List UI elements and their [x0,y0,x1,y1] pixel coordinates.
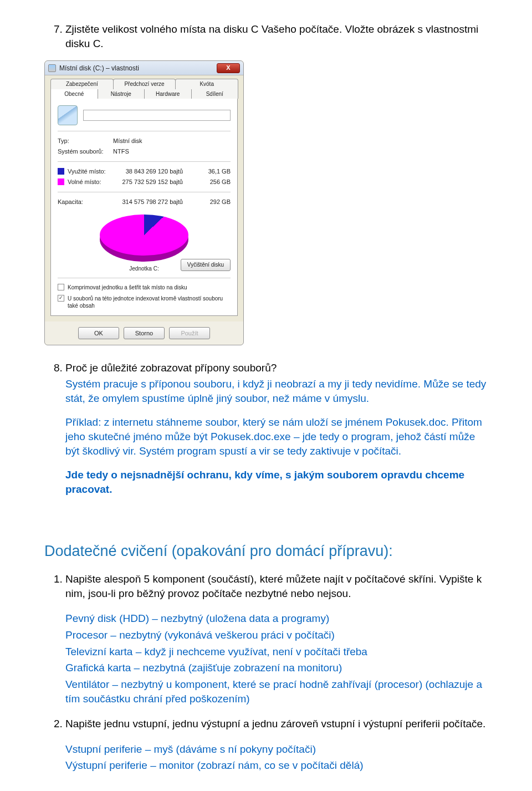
tab-general[interactable]: Obecné [50,89,98,99]
tab-security[interactable]: Zabezpečení [50,79,114,89]
used-swatch [58,168,64,175]
e2-a1: Vstupní periferie – myš (dáváme s ní pok… [65,742,488,757]
used-gb: 36,1 GB [183,167,231,176]
filesystem-value: NTFS [113,147,129,156]
tab-hardware[interactable]: Hardware [144,89,192,99]
volume-label-input[interactable] [83,110,231,121]
properties-dialog: Místní disk (C:) – vlastnosti X Zabezpeč… [44,60,244,345]
tabs-row-front: Obecné Nástroje Hardware Sdílení [50,89,238,99]
filesystem-label: Systém souborů: [58,147,113,156]
tab-tools[interactable]: Nástroje [98,89,145,99]
e2-a2: Výstupní periferie – monitor (zobrazí ná… [65,758,488,773]
dialog-body: Zabezpečení Předchozí verze Kvóta Obecné… [45,75,243,321]
extra-q2-answers: Vstupní periferie – myš (dáváme s ní pok… [65,742,488,773]
e1-a3: Televizní karta – když ji nechceme využí… [65,645,488,659]
extra-q1-text: Napište alespoň 5 komponent (součástí), … [65,573,482,599]
e1-a1: Pevný disk (HDD) – nezbytný (uložena dat… [65,611,488,626]
check-icon: ✓ [59,294,63,301]
tab-sharing[interactable]: Sdílení [191,89,239,99]
type-label: Typ: [58,137,113,145]
used-label: Využité místo: [68,167,111,176]
free-bytes: 275 732 529 152 bajtů [111,178,183,186]
extra-q1-answers: Pevný disk (HDD) – nezbytný (uložena dat… [65,611,488,706]
q8-answer-2: Příklad: z internetu stáhneme soubor, kt… [65,415,488,458]
tab-panel-general: Typ: Místní disk Systém souborů: NTFS Vy… [50,98,238,315]
capacity-bytes: 314 575 798 272 bajtů [111,198,183,206]
extra-q2: Napište jednu vstupní, jednu výstupní a … [65,717,488,773]
apply-button[interactable]: Použít [169,327,210,339]
question-8-text: Proč je důležité zobrazovat přípony soub… [65,362,277,374]
question-7: Zjistěte velikost volného místa na disku… [65,22,488,345]
free-label: Volné místo: [68,178,111,186]
close-button[interactable]: X [217,63,240,73]
question-7-text: Zjistěte velikost volného místa na disku… [65,23,478,49]
extras-heading: Dodatečné cvičení (opakování pro domácí … [44,541,488,561]
free-swatch [58,178,64,185]
type-value: Místní disk [113,137,142,145]
index-label: U souborů na této jednotce indexovat kro… [68,295,231,310]
tab-previous-versions[interactable]: Předchozí verze [113,79,176,89]
q8-answer-1: Systém pracuje s příponou souboru, i kdy… [65,377,488,405]
drive-icon [48,64,56,72]
e1-a4: Grafická karta – nezbytná (zajišťuje zob… [65,661,488,675]
extra-q2-text: Napište jednu vstupní, jednu výstupní a … [65,718,485,729]
compress-label: Komprimovat jednotku a šetřit tak místo … [68,284,187,292]
used-bytes: 38 843 269 120 bajtů [111,167,183,176]
pie-chart [100,212,188,262]
e1-a2: Procesor – nezbytný (vykonává veškerou p… [65,628,488,642]
capacity-label: Kapacita: [58,198,111,206]
capacity-gb: 292 GB [183,198,231,206]
dialog-titlebar: Místní disk (C:) – vlastnosti X [45,61,243,75]
screenshot-disk-properties: Místní disk (C:) – vlastnosti X Zabezpeč… [44,60,488,345]
ok-button[interactable]: OK [78,327,119,339]
e1-a5: Ventilátor – nezbytný u komponent, které… [65,677,488,706]
compress-checkbox[interactable] [58,284,64,290]
question-8: Proč je důležité zobrazovat přípony soub… [65,361,488,497]
cancel-button[interactable]: Storno [124,327,165,339]
free-gb: 256 GB [183,178,231,186]
tabs-row-back: Zabezpečení Předchozí verze Kvóta [50,79,238,89]
q8-answer-3: Jde tedy o nejsnadnější ochranu, kdy vím… [65,468,488,496]
index-checkbox[interactable]: ✓ [58,295,64,302]
drive-icon-large [58,105,78,125]
dialog-title: Místní disk (C:) – vlastnosti [59,64,217,73]
tab-quota[interactable]: Kvóta [175,79,238,89]
extra-q1: Napište alespoň 5 komponent (součástí), … [65,572,488,706]
dialog-footer: OK Storno Použít [45,321,243,345]
